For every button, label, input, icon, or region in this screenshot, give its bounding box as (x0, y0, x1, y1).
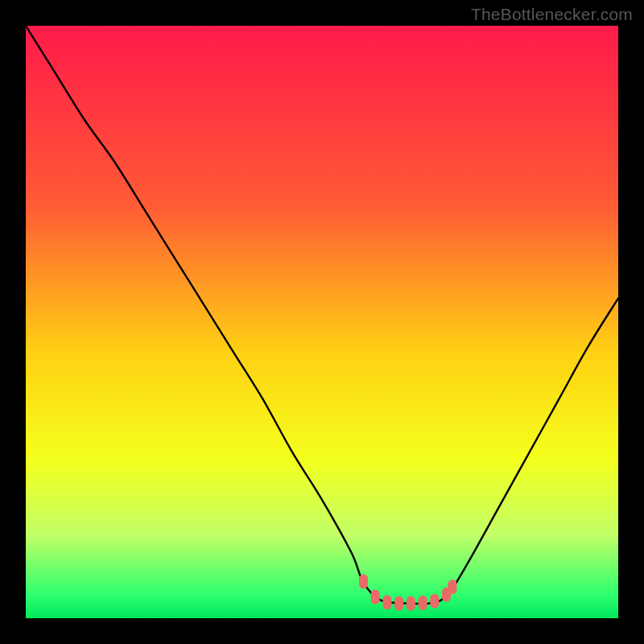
marker-dot (359, 574, 368, 588)
marker-dot (394, 597, 403, 611)
marker-dot (407, 597, 415, 611)
chart-plot-area (26, 26, 618, 618)
chart-svg (26, 26, 618, 618)
marker-dot (448, 580, 456, 594)
marker-dot (371, 590, 380, 605)
attribution-text: TheBottlenecker.com (471, 5, 633, 24)
marker-dot (382, 595, 391, 609)
gradient-background (26, 26, 618, 618)
marker-dot (430, 594, 439, 609)
marker-dot (419, 596, 427, 610)
